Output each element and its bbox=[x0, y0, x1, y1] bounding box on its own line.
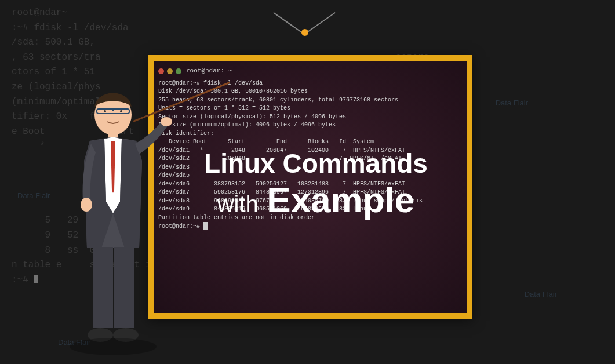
term-line: I/O size (minimum/optimal): 4096 bytes /… bbox=[158, 121, 462, 130]
cursor-icon bbox=[203, 222, 208, 230]
term-line: root@ndar:~# bbox=[158, 222, 462, 231]
term-line: root@ndar:~# fdisk -l /dev/sda bbox=[158, 79, 462, 88]
terminal-title: root@ndar: ~ bbox=[186, 67, 232, 76]
close-icon bbox=[158, 68, 164, 74]
svg-point-7 bbox=[81, 198, 92, 212]
term-line: 255 heads, 63 sectors/track, 60801 cylin… bbox=[158, 96, 462, 105]
svg-rect-9 bbox=[114, 247, 134, 328]
headline: Linux Commands with Example bbox=[159, 148, 472, 220]
svg-point-3 bbox=[104, 110, 106, 112]
minimize-icon bbox=[167, 68, 173, 74]
terminal-titlebar: root@ndar: ~ bbox=[158, 65, 462, 77]
board-hook-icon bbox=[301, 29, 308, 36]
headline-line1: Linux Commands bbox=[159, 148, 472, 179]
svg-rect-8 bbox=[93, 247, 113, 328]
cursor-icon bbox=[34, 275, 38, 283]
window-controls bbox=[158, 68, 181, 74]
watermark: Data Flair bbox=[496, 99, 528, 107]
svg-point-12 bbox=[70, 338, 157, 355]
term-line: Units = sectors of 1 * 512 = 512 bytes bbox=[158, 104, 462, 113]
term-line: Sector size (logical/physical): 512 byte… bbox=[158, 113, 462, 122]
svg-point-6 bbox=[161, 117, 172, 126]
watermark: Data Flair bbox=[17, 191, 50, 200]
svg-point-4 bbox=[120, 110, 122, 112]
term-line: Disk identifier: bbox=[158, 130, 462, 139]
teacher-character bbox=[61, 86, 188, 358]
maximize-icon bbox=[176, 68, 181, 74]
headline-line2a: with bbox=[217, 191, 259, 217]
watermark: Data Flair bbox=[525, 290, 557, 299]
headline-line2b: Example bbox=[267, 180, 414, 220]
term-line: Device Boot Start End Blocks Id System bbox=[158, 138, 462, 147]
bg-line: root@ndar~ bbox=[12, 6, 603, 21]
